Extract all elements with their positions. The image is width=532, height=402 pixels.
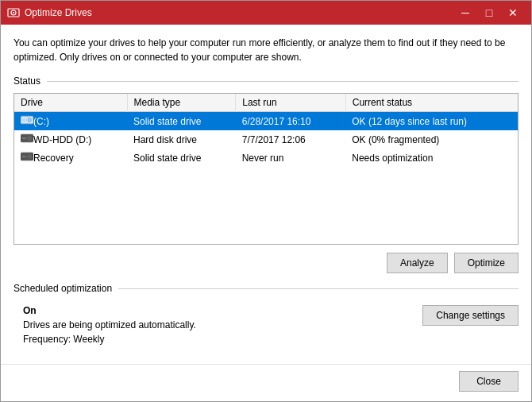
- table-row[interactable]: RecoverySolid state driveNever runNeeds …: [14, 149, 518, 167]
- close-button[interactable]: Close: [459, 371, 519, 392]
- scheduled-divider: [118, 288, 519, 289]
- last-run-cell: 6/28/2017 16:10: [236, 112, 346, 131]
- drive-name: WD-HDD (D:): [33, 134, 91, 145]
- status-title: Status: [13, 75, 40, 87]
- drive-icon: [21, 133, 33, 143]
- window-footer: Close: [1, 364, 531, 401]
- drive-cell: WD-HDD (D:): [14, 130, 127, 149]
- col-current-status: Current status: [345, 94, 518, 112]
- action-buttons: Analyze Optimize: [13, 253, 519, 273]
- svg-point-2: [13, 12, 14, 14]
- description-text: You can optimize your drives to help you…: [13, 36, 519, 64]
- drives-table-body: (C:)Solid state drive6/28/2017 16:10OK (…: [14, 112, 518, 168]
- last-run-cell: 7/7/2017 12:06: [236, 130, 346, 149]
- drives-table: Drive Media type Last run Current status…: [14, 94, 518, 167]
- drive-name: (C:): [33, 116, 49, 127]
- status-divider: [47, 81, 519, 82]
- title-bar: Optimize Drives ─ □ ✕: [1, 1, 531, 25]
- drive-cell: (C:): [14, 112, 127, 131]
- col-last-run: Last run: [236, 94, 346, 112]
- status-section-header: Status: [13, 75, 519, 87]
- restore-button[interactable]: □: [477, 1, 501, 25]
- scheduled-info: On Drives are being optimized automatica…: [23, 305, 196, 345]
- scheduled-frequency: Frequency: Weekly: [23, 334, 196, 345]
- scheduled-section-header: Scheduled optimization: [13, 283, 519, 294]
- media-type-cell: Solid state drive: [127, 112, 236, 131]
- scheduled-section: Scheduled optimization On Drives are bei…: [13, 283, 519, 345]
- window-title: Optimize Drives: [25, 7, 453, 18]
- minimize-button[interactable]: ─: [453, 1, 477, 25]
- window-icon: [7, 6, 20, 19]
- drive-name: Recovery: [33, 153, 74, 164]
- analyze-button[interactable]: Analyze: [387, 253, 448, 273]
- scheduled-body: On Drives are being optimized automatica…: [13, 300, 519, 345]
- window-content: You can optimize your drives to help you…: [1, 25, 531, 364]
- optimize-button[interactable]: Optimize: [454, 253, 519, 273]
- window-close-button[interactable]: ✕: [501, 1, 525, 25]
- optimize-drives-window: Optimize Drives ─ □ ✕ You can optimize y…: [0, 0, 532, 402]
- table-header-row: Drive Media type Last run Current status: [14, 94, 518, 112]
- scheduled-description: Drives are being optimized automatically…: [23, 319, 196, 330]
- col-drive: Drive: [14, 94, 127, 112]
- status-cell: OK (0% fragmented): [345, 130, 518, 149]
- scheduled-status: On: [23, 305, 196, 316]
- drive-icon: [21, 115, 33, 125]
- drives-table-container: Drive Media type Last run Current status…: [13, 93, 519, 245]
- drive-icon: [21, 152, 33, 161]
- drive-cell: Recovery: [14, 149, 127, 167]
- table-row[interactable]: WD-HDD (D:)Hard disk drive7/7/2017 12:06…: [14, 130, 518, 149]
- last-run-cell: Never run: [236, 149, 346, 167]
- media-type-cell: Solid state drive: [127, 149, 236, 167]
- media-type-cell: Hard disk drive: [127, 130, 236, 149]
- col-media-type: Media type: [127, 94, 236, 112]
- table-row[interactable]: (C:)Solid state drive6/28/2017 16:10OK (…: [14, 112, 518, 131]
- title-bar-controls: ─ □ ✕: [453, 1, 525, 25]
- change-settings-button[interactable]: Change settings: [422, 305, 519, 326]
- status-cell: OK (12 days since last run): [345, 112, 518, 131]
- status-cell: Needs optimization: [345, 149, 518, 167]
- scheduled-title: Scheduled optimization: [13, 283, 112, 294]
